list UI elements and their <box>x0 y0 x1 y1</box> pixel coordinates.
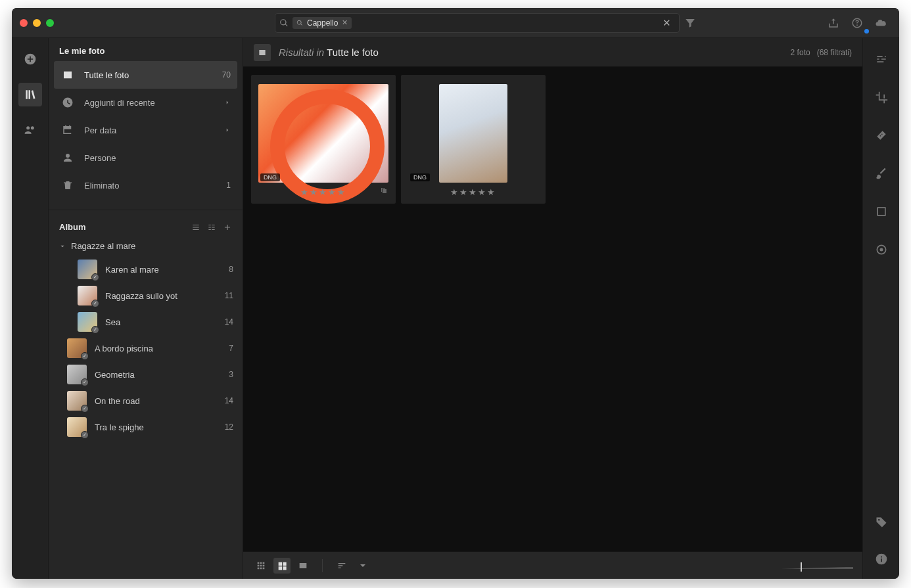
view-detail-button[interactable] <box>294 558 312 574</box>
nav-count: 1 <box>226 181 231 190</box>
results-meta: 2 foto (68 filtrati) <box>791 48 852 57</box>
synced-icon <box>81 352 89 360</box>
chevron-down-icon <box>59 243 66 250</box>
album-count: 14 <box>225 396 233 405</box>
minimize-window-button[interactable] <box>33 19 41 27</box>
album-label: On the road <box>95 396 140 406</box>
single-icon <box>298 560 308 571</box>
album-folder[interactable]: Ragazze al mare <box>49 236 243 256</box>
album-item[interactable]: A bordo piscina 7 <box>49 335 243 361</box>
clear-search-button[interactable]: ✕ <box>659 17 675 29</box>
album-item[interactable]: Sea 14 <box>49 309 243 335</box>
results-prefix: Risultati in <box>279 47 324 58</box>
svg-point-2 <box>878 519 880 521</box>
close-window-button[interactable] <box>20 19 28 27</box>
remove-tag-icon[interactable]: ✕ <box>342 18 348 27</box>
maximize-window-button[interactable] <box>46 19 54 27</box>
search-box[interactable]: Cappello ✕ ✕ <box>275 13 680 33</box>
view-photogrid-button[interactable] <box>252 558 269 574</box>
album-item[interactable]: Raggazza sullo yot 11 <box>49 283 243 309</box>
right-rail <box>862 38 899 579</box>
stack-icon[interactable] <box>380 187 388 196</box>
add-album-icon[interactable] <box>223 223 232 232</box>
album-label: A bordo piscina <box>95 344 153 353</box>
album-item[interactable]: Tra le spighe 12 <box>49 414 243 440</box>
photo-card[interactable]: DNG ★★★★★ <box>401 75 546 204</box>
trash-icon <box>62 179 74 191</box>
add-photos-button[interactable] <box>18 47 42 71</box>
synced-icon <box>91 326 99 334</box>
linear-gradient-button[interactable] <box>870 200 893 223</box>
tag-icon <box>296 20 303 26</box>
album-thumb <box>67 417 87 437</box>
nav-deleted[interactable]: Eliminato 1 <box>54 171 237 199</box>
radial-gradient-button[interactable] <box>870 238 893 261</box>
shared-tab[interactable] <box>18 118 42 142</box>
info-icon <box>875 553 888 566</box>
results-scope: Tutte le foto <box>327 47 379 58</box>
keywords-button[interactable] <box>870 510 893 534</box>
album-count: 8 <box>229 265 233 274</box>
help-button[interactable] <box>847 13 868 33</box>
album-label: Raggazza sullo yot <box>105 291 177 301</box>
search-tag-pill[interactable]: Cappello ✕ <box>292 17 352 29</box>
results-context-icon <box>254 44 271 61</box>
healing-panel-button[interactable] <box>870 124 893 147</box>
sort-button[interactable] <box>333 558 350 574</box>
album-count: 14 <box>225 317 233 327</box>
nav-label: Aggiunti di recente <box>84 98 155 108</box>
grid-large-icon <box>277 560 287 571</box>
brush-icon <box>875 167 888 180</box>
edit-panel-button[interactable] <box>870 47 893 71</box>
cloud-sync-button[interactable] <box>870 13 891 33</box>
rating-stars[interactable]: ★★★★★ <box>300 187 346 197</box>
album-count: 3 <box>229 370 233 379</box>
photo-thumbnail: DNG <box>408 83 539 184</box>
library-tab[interactable] <box>18 83 42 106</box>
photo-icon <box>258 48 267 57</box>
sidebar-title: Le mie foto <box>49 38 243 61</box>
plus-circle-icon <box>24 53 37 66</box>
photos-icon <box>62 69 74 81</box>
share-button[interactable] <box>823 13 844 33</box>
share-icon <box>828 17 839 29</box>
album-label: Sea <box>105 317 120 327</box>
detail-view-icon[interactable] <box>207 223 216 232</box>
photo-card[interactable]: DNG ★★★★★ <box>251 75 396 204</box>
view-squaregrid-button[interactable] <box>273 558 291 574</box>
sort-icon <box>337 560 347 571</box>
window-controls <box>20 19 54 27</box>
album-label: Geometria <box>95 370 135 380</box>
nav-people[interactable]: Persone <box>54 144 237 171</box>
help-icon <box>851 17 863 29</box>
sidebar-nav-list: Tutte le foto 70 Aggiunti di recente Per… <box>49 61 243 204</box>
albums-header-label: Album <box>59 222 85 232</box>
filter-button[interactable] <box>680 13 701 33</box>
brush-panel-button[interactable] <box>870 162 893 185</box>
svg-point-1 <box>879 248 883 252</box>
album-item[interactable]: On the road 14 <box>49 388 243 414</box>
list-view-icon[interactable] <box>191 223 200 232</box>
library-icon <box>24 88 37 101</box>
crop-panel-button[interactable] <box>870 85 893 109</box>
results-header: Risultati in Tutte le foto 2 foto (68 fi… <box>243 38 862 67</box>
sidebar: Le mie foto Tutte le foto 70 Aggiunti di… <box>49 38 243 579</box>
sort-menu-button[interactable] <box>354 558 371 574</box>
nav-label: Eliminato <box>84 181 119 191</box>
nav-by-date[interactable]: Per data <box>54 116 237 144</box>
rating-stars[interactable]: ★★★★★ <box>450 187 496 197</box>
funnel-icon <box>684 17 696 29</box>
zoom-slider[interactable] <box>781 560 853 572</box>
album-item[interactable]: Karen al mare 8 <box>49 256 243 283</box>
nav-recent[interactable]: Aggiunti di recente <box>54 89 237 116</box>
clock-icon <box>62 97 74 108</box>
nav-all-photos[interactable]: Tutte le foto 70 <box>54 61 237 89</box>
synced-icon <box>81 405 89 413</box>
nav-label: Per data <box>84 125 116 135</box>
photo-thumbnail: DNG <box>258 83 389 184</box>
circle-dot-icon <box>875 243 888 256</box>
album-item[interactable]: Geometria 3 <box>49 361 243 388</box>
folder-label: Ragazze al mare <box>71 241 135 251</box>
bandage-icon <box>875 129 888 142</box>
info-button[interactable] <box>870 547 893 571</box>
